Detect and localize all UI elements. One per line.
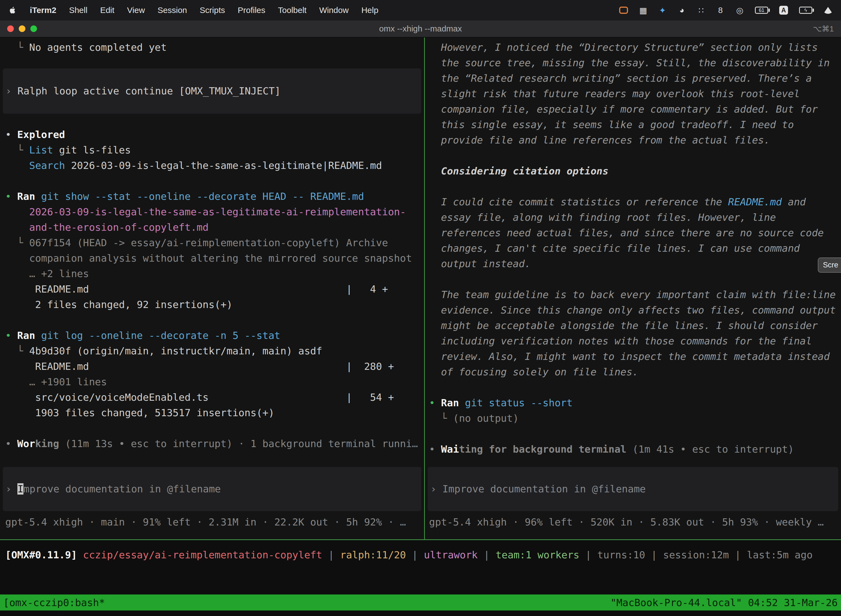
- terminal-line: 2026-03-09-is-legal-the-same-as-legitima…: [0, 204, 424, 220]
- spacer: [425, 380, 841, 395]
- spacer: [425, 148, 841, 163]
- text-segment: the “Related research writing” section i…: [429, 73, 812, 84]
- text-segment: └: [5, 42, 29, 53]
- apple-menu-icon[interactable]: [8, 6, 17, 15]
- spacer: [425, 511, 841, 515]
- spacer: [0, 114, 424, 127]
- spacer: [425, 271, 841, 287]
- right-terminal-pane[interactable]: However, I noticed the “Directory Struct…: [425, 38, 841, 539]
- terminal-line: including verification notes with those …: [425, 333, 841, 349]
- menu-item-scripts[interactable]: Scripts: [200, 6, 225, 15]
- text-segment: 2026-03-09-is-legal-the-same-as-legitima…: [65, 160, 382, 171]
- terminal-line: 2 files changed, 92 insertions(+): [0, 297, 424, 312]
- text-segment: companion file, especially if more comme…: [429, 104, 818, 115]
- input-source-icon[interactable]: A: [779, 6, 788, 15]
- prompt-input-right[interactable]: › Improve documentation in @filename: [428, 467, 838, 511]
- text-segment: and-the-erosion-of-copyleft.md: [29, 221, 209, 233]
- menu-item-session[interactable]: Session: [158, 6, 187, 15]
- terminal-line: slight risk that future readers may over…: [425, 86, 841, 101]
- text-segment: └: [5, 345, 29, 356]
- window-title: omx --xhigh --madmax: [379, 24, 462, 34]
- screen-recording-indicator[interactable]: [619, 7, 628, 14]
- menu-item-iterm2[interactable]: iTerm2: [30, 6, 56, 15]
- text-segment: •: [5, 438, 17, 449]
- terminal-line: changes, I can't cite specific file line…: [425, 241, 841, 256]
- text-segment: git show --stat --oneline --decorate HEA…: [41, 191, 364, 202]
- terminal-line: › Improve documentation in @filename: [428, 481, 646, 497]
- spacer: [425, 426, 841, 441]
- menu-item-help[interactable]: Help: [362, 6, 378, 15]
- minimize-window-button[interactable]: [19, 25, 25, 32]
- text-segment: I: [18, 483, 23, 494]
- text-segment: README.md | 280 +: [5, 361, 394, 372]
- text-segment: changes, I can't cite specific file line…: [429, 243, 800, 254]
- terminal-line: output instead.: [425, 256, 841, 271]
- text-segment: team:1 workers: [495, 549, 579, 560]
- menu-item-toolbelt[interactable]: Toolbelt: [278, 6, 306, 15]
- numeric-app-icon[interactable]: 8: [716, 6, 725, 15]
- terminal-line: companion analysis without altering the …: [0, 251, 424, 266]
- text-segment: •: [5, 129, 17, 140]
- text-segment: •: [429, 397, 441, 408]
- terminal-line: references need actual files, and since …: [425, 225, 841, 241]
- menu-item-edit[interactable]: Edit: [100, 6, 114, 15]
- terminal-line: └ List git ls-files: [0, 142, 424, 158]
- text-segment: Ran: [17, 330, 35, 341]
- text-segment: ultrawork: [424, 549, 478, 560]
- menu-item-view[interactable]: View: [127, 6, 145, 15]
- text-segment: Ran: [441, 397, 459, 408]
- menu-item-window[interactable]: Window: [319, 6, 349, 15]
- session-stats-left: gpt-5.4 xhigh · main · 91% left · 2.31M …: [0, 515, 424, 530]
- terminal-line: └ (no output): [425, 411, 841, 426]
- spacer: [0, 511, 424, 515]
- terminal-line: The team guideline is to back every impo…: [425, 287, 841, 302]
- text-segment: provide file and line references from th…: [429, 134, 770, 146]
- wifi-icon[interactable]: [823, 7, 833, 14]
- text-segment: README.md | 4 +: [5, 283, 388, 295]
- battery-charging-icon[interactable]: ϟ: [799, 7, 812, 14]
- text-segment: gpt-5.4 xhigh · main · 91% left · 2.31M …: [5, 516, 406, 528]
- terminal-line: the source tree, missing the essay. Stil…: [425, 55, 841, 70]
- terminal-line: of focusing solely on file lines.: [425, 364, 841, 380]
- prompt-input-left[interactable]: › Improve documentation in @filename: [3, 467, 421, 511]
- text-segment: •: [429, 443, 441, 455]
- text-segment: (no output): [453, 413, 519, 424]
- text-segment: 067f154 (HEAD -> essay/ai-reimplementati…: [29, 237, 388, 248]
- terminal-line: 1903 files changed, 513517 insertions(+): [0, 405, 424, 421]
- terminal-line: • Ran git log --oneline --decorate -n 5 …: [0, 328, 424, 343]
- text-segment: … +2 lines: [5, 268, 89, 279]
- blue-app-icon[interactable]: ✦: [658, 6, 667, 15]
- text-segment: └: [429, 413, 453, 424]
- text-segment: git ls-files: [53, 144, 131, 155]
- close-window-button[interactable]: [7, 25, 14, 32]
- terminal-line: might be acceptable alongside the file l…: [425, 318, 841, 333]
- dots-grid-icon[interactable]: ∷: [697, 6, 705, 15]
- text-segment: 2 files changed, 92 insertions(+): [5, 299, 233, 310]
- terminal-line: provide file and line references from th…: [425, 132, 841, 148]
- window-tiles-icon[interactable]: ▦: [639, 6, 647, 15]
- text-segment: gpt-5.4 xhigh · 96% left · 520K in · 5.8…: [429, 516, 823, 528]
- text-segment: List: [29, 144, 53, 155]
- text-segment: ting for background terminal: [459, 443, 626, 455]
- screen-edge-tab[interactable]: Scre: [818, 258, 841, 273]
- text-segment: Wai: [441, 443, 459, 455]
- emoji-app-icon[interactable]: ◎: [736, 6, 744, 15]
- terminal-line: src/voice/voiceModeEnabled.ts | 54 +: [0, 390, 424, 405]
- menu-item-shell[interactable]: Shell: [69, 6, 88, 15]
- text-segment: src/voice/voiceModeEnabled.ts | 54 +: [5, 392, 394, 403]
- battery-percent-icon[interactable]: 61: [755, 7, 768, 14]
- round-app-icon[interactable]: ◕: [678, 6, 686, 15]
- text-segment: ›: [431, 483, 442, 494]
- text-segment: (1m 41s • esc to interrupt): [626, 443, 794, 455]
- text-segment: references need actual files, and since …: [429, 227, 823, 238]
- zoom-window-button[interactable]: [30, 25, 37, 32]
- text-segment: •: [5, 191, 17, 202]
- left-terminal-pane[interactable]: └ No agents completed yet› Ralph loop ac…: [0, 38, 424, 539]
- text-segment: I could cite commit statistics or refere…: [429, 196, 728, 208]
- spacer: [0, 173, 424, 189]
- text-segment: The team guideline is to back every impo…: [429, 289, 836, 300]
- spacer: [0, 55, 424, 69]
- traffic-lights: [7, 21, 37, 37]
- menu-items: iTerm2ShellEditViewSessionScriptsProfile…: [8, 6, 378, 15]
- menu-item-profiles[interactable]: Profiles: [237, 6, 265, 15]
